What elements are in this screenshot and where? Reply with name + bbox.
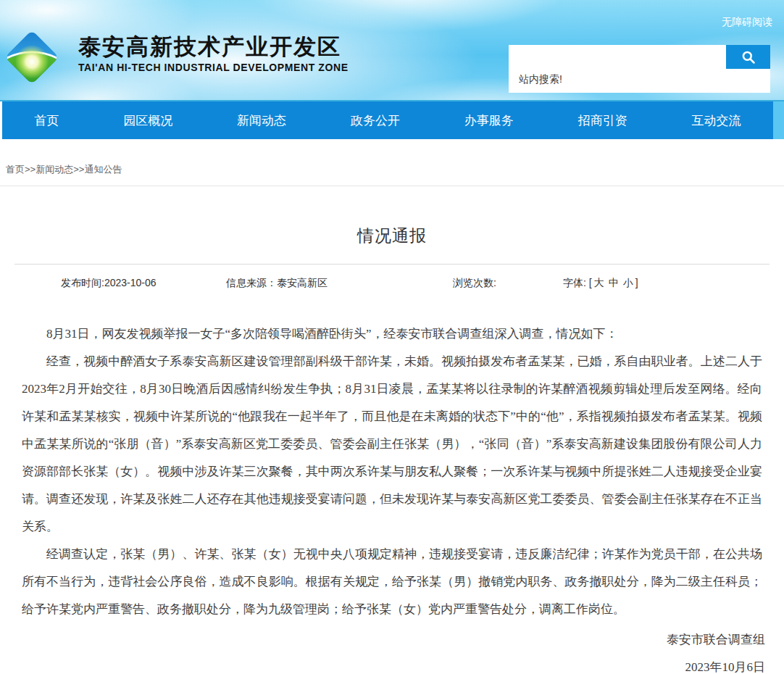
breadcrumb: 首页>>新闻动态>>通知公告 (0, 139, 784, 176)
nav-item-services[interactable]: 办事服务 (460, 112, 518, 129)
search-box: 站内搜索! (509, 45, 770, 93)
accessibility-link[interactable]: 无障碍阅读 (722, 16, 772, 29)
content-area: 首页>>新闻动态>>通知公告 情况通报 发布时间:2023-10-06 信息来源… (0, 139, 784, 674)
search-input[interactable] (509, 45, 725, 69)
breadcrumb-divider (0, 186, 784, 186)
search-button[interactable] (726, 45, 770, 69)
signature-date: 2023年10月6日 (0, 654, 765, 674)
article-title: 情况通报 (0, 224, 784, 247)
site-title: 泰安高新技术产业开发区 TAI'AN HI-TECH INDUSTRIAL DE… (78, 35, 349, 73)
nav-item-investment[interactable]: 招商引资 (574, 112, 632, 129)
breadcrumb-home[interactable]: 首页 (6, 164, 25, 175)
signature-name: 泰安市联合调查组 (0, 626, 765, 654)
article-paragraph: 经调查认定，张某（男）、许某、张某（女）无视中央八项规定精神，违规接受宴请，违反… (22, 541, 762, 623)
nav-item-zone-overview[interactable]: 园区概况 (119, 112, 177, 129)
nav-item-home[interactable]: 首页 (30, 112, 63, 129)
article-paragraph: 经查，视频中醉酒女子系泰安高新区建设管理部副科级干部许某，未婚。视频拍摄发布者孟… (22, 348, 762, 541)
font-size-large-button[interactable]: 大 (592, 277, 606, 288)
breadcrumb-notices[interactable]: 通知公告 (84, 164, 122, 175)
nav-item-gov-affairs[interactable]: 政务公开 (346, 112, 404, 129)
font-size-small-button[interactable]: 小 (621, 277, 635, 288)
view-count-label: 浏览次数: (453, 277, 496, 288)
info-source: 信息来源：泰安高新区 (226, 277, 328, 290)
page: 泰安高新技术产业开发区 TAI'AN HI-TECH INDUSTRIAL DE… (0, 0, 784, 674)
nav-item-interaction[interactable]: 互动交流 (687, 112, 745, 129)
site-title-cn: 泰安高新技术产业开发区 (78, 35, 349, 59)
site-title-en: TAI'AN HI-TECH INDUSTRIAL DEVELOPMENT ZO… (78, 62, 349, 73)
article-body: 8月31日，网友发视频举报一女子“多次陪领导喝酒醉卧街头”，经泰安市联合调查组深… (22, 320, 762, 623)
nav-right-strip (773, 101, 784, 139)
font-size-medium-button[interactable]: 中 (606, 277, 621, 288)
breadcrumb-separator: >> (25, 164, 36, 175)
title-divider (14, 264, 770, 265)
nav-item-news[interactable]: 新闻动态 (233, 112, 291, 129)
font-size-control: 字体: [大中小] (563, 277, 638, 290)
article-paragraph: 8月31日，网友发视频举报一女子“多次陪领导喝酒醉卧街头”，经泰安市联合调查组深… (22, 320, 762, 348)
article-meta: 发布时间:2023-10-06 信息来源：泰安高新区 浏览次数: 字体: [大中… (0, 277, 784, 291)
site-logo-icon[interactable] (1, 29, 62, 86)
info-source-value: 泰安高新区 (277, 277, 328, 288)
font-size-label: 字体: (563, 277, 586, 288)
breadcrumb-news[interactable]: 新闻动态 (36, 164, 73, 175)
search-icon (741, 50, 756, 65)
publish-time: 发布时间:2023-10-06 (61, 277, 157, 290)
breadcrumb-separator: >> (73, 164, 84, 175)
article-signature: 泰安市联合调查组 2023年10月6日 (0, 626, 765, 674)
font-size-bracket-close: ] (635, 277, 638, 288)
main-nav: 首页 园区概况 新闻动态 政务公开 办事服务 招商引资 互动交流 (2, 101, 773, 139)
search-placeholder-text: 站内搜索! (519, 73, 562, 86)
site-banner: 泰安高新技术产业开发区 TAI'AN HI-TECH INDUSTRIAL DE… (0, 0, 784, 101)
main-nav-row: 首页 园区概况 新闻动态 政务公开 办事服务 招商引资 互动交流 (0, 101, 784, 139)
info-source-label: 信息来源： (226, 277, 277, 288)
view-count: 浏览次数: (453, 277, 496, 290)
